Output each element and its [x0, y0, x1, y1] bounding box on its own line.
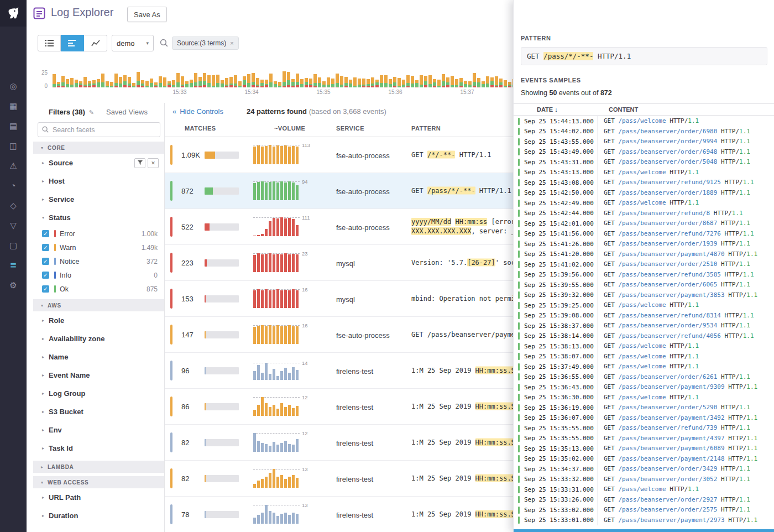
event-row[interactable]: Sep 25 15:34:37.000GET /pass/beanserver/…: [514, 464, 774, 474]
facet-log-group[interactable]: ▸Log Group: [33, 384, 164, 403]
dashboards-icon[interactable]: ▦: [7, 101, 19, 112]
checkbox-checked-icon[interactable]: ✓: [42, 244, 49, 251]
facet-status[interactable]: ▾Status: [33, 208, 164, 227]
event-row[interactable]: Sep 25 15:38:37.000GET /pass/beanserver/…: [514, 321, 774, 331]
exclude-icon[interactable]: ✕: [148, 158, 159, 168]
event-row[interactable]: Sep 25 15:33:32.000GET /pass/beanserver/…: [514, 474, 774, 485]
column-service[interactable]: SERVICE: [336, 125, 364, 132]
facet-event-name[interactable]: ▸Event Name: [33, 366, 164, 384]
column-date[interactable]: DATE ↓: [537, 106, 558, 113]
checkbox-checked-icon[interactable]: ✓: [42, 285, 49, 293]
event-row[interactable]: Sep 25 15:43:13.000GET /pass/welcome HTT…: [514, 168, 774, 178]
event-row[interactable]: Sep 25 15:39:08.000GET /pass/beanserver/…: [514, 311, 774, 321]
metrics-icon[interactable]: ▤: [7, 121, 19, 132]
community-icon[interactable]: ◫: [7, 140, 19, 152]
search-facets-input[interactable]: [38, 122, 160, 137]
apm-icon[interactable]: ◔: [7, 180, 19, 191]
notebooks-icon[interactable]: ▢: [7, 240, 19, 251]
facet-duration[interactable]: ▸Duration: [33, 507, 164, 525]
event-row[interactable]: Sep 25 15:43:49.000GET /pass/beanserver/…: [514, 147, 774, 158]
event-row[interactable]: Sep 25 15:38:07.000GET /pass/welcome HTT…: [514, 352, 774, 362]
event-row[interactable]: Sep 25 15:39:32.000GET /pass/beanserver/…: [514, 290, 774, 301]
tab-saved-views[interactable]: Saved Views: [106, 108, 148, 116]
event-row[interactable]: Sep 25 15:37:49.000GET /pass/welcome HTT…: [514, 362, 774, 372]
facet-option-error[interactable]: ✓Error1.00k: [33, 227, 164, 241]
datadog-logo[interactable]: [0, 0, 27, 27]
event-row[interactable]: Sep 25 15:43:08.000GET /pass/beanserver/…: [514, 178, 774, 188]
event-row[interactable]: Sep 25 15:36:30.000GET /pass/welcome HTT…: [514, 393, 774, 403]
event-row[interactable]: Sep 25 15:33:31.000GET /pass/welcome HTT…: [514, 484, 774, 495]
monitors-icon[interactable]: ⚠: [7, 160, 19, 171]
facet-option-info[interactable]: ✓Info0: [33, 268, 164, 282]
watchdog-icon[interactable]: ◎: [7, 81, 19, 92]
facet-section-lambda[interactable]: ▸LAMBDA: [33, 461, 164, 473]
event-row[interactable]: Sep 25 15:42:44.000GET /pass/beanserver/…: [514, 208, 774, 219]
checkbox-checked-icon[interactable]: ✓: [42, 258, 49, 265]
facet-host[interactable]: ▸Host: [33, 172, 164, 190]
event-row[interactable]: Sep 25 15:38:14.000GET /pass/beanserver/…: [514, 331, 774, 342]
list-view-button[interactable]: [38, 35, 61, 51]
tab-filters[interactable]: Filters (38)✎: [49, 108, 94, 116]
search-filter-tag[interactable]: Source:(3 terms) ×: [172, 36, 239, 50]
facet-availability-zone[interactable]: ▸Availability zone: [33, 330, 164, 348]
event-row[interactable]: Sep 25 15:42:01.000GET /pass/beanserver/…: [514, 218, 774, 229]
event-row[interactable]: Sep 25 15:41:56.000GET /pass/beanserver/…: [514, 229, 774, 239]
facet-env[interactable]: ▸Env: [33, 421, 164, 439]
event-row[interactable]: Sep 25 15:38:13.000GET /pass/welcome HTT…: [514, 341, 774, 352]
filter-icon[interactable]: [134, 158, 145, 168]
event-row[interactable]: Sep 25 15:33:02.000GET /pass/beanserver/…: [514, 505, 774, 515]
network-icon[interactable]: ◇: [7, 200, 19, 211]
column-volume[interactable]: ~VOLUME: [274, 125, 305, 132]
event-row[interactable]: Sep 25 15:44:13.000GET /pass/welcome HTT…: [514, 116, 774, 127]
security-icon[interactable]: ⚙: [7, 280, 19, 291]
hide-controls-link[interactable]: « Hide Controls: [172, 107, 223, 116]
event-row[interactable]: Sep 25 15:39:56.000GET /pass/beanserver/…: [514, 270, 774, 280]
event-row[interactable]: Sep 25 15:39:25.000GET /pass/welcome HTT…: [514, 300, 774, 311]
column-content[interactable]: CONTENT: [609, 106, 638, 113]
facet-section-core[interactable]: ▾CORE: [33, 142, 164, 154]
event-row[interactable]: Sep 25 15:42:49.000GET /pass/welcome HTT…: [514, 198, 774, 208]
facet-url-path[interactable]: ▸URL Path: [33, 488, 164, 507]
facet-section-web-access[interactable]: ▾WEB ACCESS: [33, 476, 164, 488]
facet-task-id[interactable]: ▸Task Id: [33, 439, 164, 457]
logs-icon[interactable]: ≣: [7, 260, 19, 271]
facet-section-aws[interactable]: ▾AWS: [33, 299, 164, 311]
event-row[interactable]: Sep 25 15:41:20.000GET /pass/beanserver/…: [514, 249, 774, 260]
event-row[interactable]: Sep 25 15:36:55.000GET /pass/beanserver/…: [514, 372, 774, 383]
event-row[interactable]: Sep 25 15:36:43.000GET /pass/beanserver/…: [514, 382, 774, 393]
event-row[interactable]: Sep 25 15:35:02.000GET /pass/beanserver/…: [514, 454, 774, 465]
event-row[interactable]: Sep 25 15:33:01.000GET /pass/beanserver/…: [514, 515, 774, 526]
env-selector[interactable]: demo ▾: [112, 35, 154, 51]
event-row[interactable]: Sep 25 15:35:55.000GET /pass/beanserver/…: [514, 434, 774, 444]
facet-source[interactable]: ▸Source✕: [33, 154, 164, 172]
facet-role[interactable]: ▸Role: [33, 311, 164, 330]
event-row[interactable]: Sep 25 15:36:07.000GET /pass/beanserver/…: [514, 413, 774, 424]
event-row[interactable]: Sep 25 15:41:02.000GET /pass/beanserver/…: [514, 259, 774, 270]
edit-filters-icon[interactable]: ✎: [89, 109, 94, 116]
column-matches[interactable]: MATCHES: [185, 125, 216, 132]
event-row[interactable]: Sep 25 15:43:55.000GET /pass/beanserver/…: [514, 137, 774, 147]
patterns-view-button[interactable]: [61, 35, 84, 51]
analytics-view-button[interactable]: [84, 35, 107, 51]
event-row[interactable]: Sep 25 15:42:50.000GET /pass/beanserver/…: [514, 188, 774, 199]
facet-option-ok[interactable]: ✓Ok875: [33, 282, 164, 296]
save-as-button[interactable]: Save As: [127, 7, 167, 22]
event-row[interactable]: Sep 25 15:35:55.000GET /pass/beanserver/…: [514, 423, 774, 434]
facet-option-warn[interactable]: ✓Warn1.49k: [33, 241, 164, 254]
facet-name[interactable]: ▸Name: [33, 348, 164, 366]
facet-option-notice[interactable]: ✓Notice372: [33, 254, 164, 268]
event-row[interactable]: Sep 25 15:43:31.000GET /pass/beanserver/…: [514, 157, 774, 168]
event-row[interactable]: Sep 25 15:41:26.000GET /pass/beanserver/…: [514, 239, 774, 249]
event-row[interactable]: Sep 25 15:39:55.000GET /pass/beanserver/…: [514, 280, 774, 290]
event-row[interactable]: Sep 25 15:44:02.000GET /pass/beanserver/…: [514, 127, 774, 137]
event-row[interactable]: Sep 25 15:33:26.000GET /pass/beanserver/…: [514, 495, 774, 505]
facet-service[interactable]: ▸Service: [33, 190, 164, 208]
event-row[interactable]: Sep 25 15:36:19.000GET /pass/beanserver/…: [514, 403, 774, 413]
checkbox-checked-icon[interactable]: ✓: [42, 230, 49, 237]
remove-filter-icon[interactable]: ×: [230, 40, 233, 46]
checkbox-checked-icon[interactable]: ✓: [42, 272, 49, 279]
pipelines-icon[interactable]: ▽: [7, 220, 19, 231]
facet-s3-bucket[interactable]: ▸S3 Bucket: [33, 403, 164, 421]
column-pattern[interactable]: PATTERN: [411, 125, 441, 132]
event-row[interactable]: Sep 25 15:35:13.000GET /pass/beanserver/…: [514, 444, 774, 454]
